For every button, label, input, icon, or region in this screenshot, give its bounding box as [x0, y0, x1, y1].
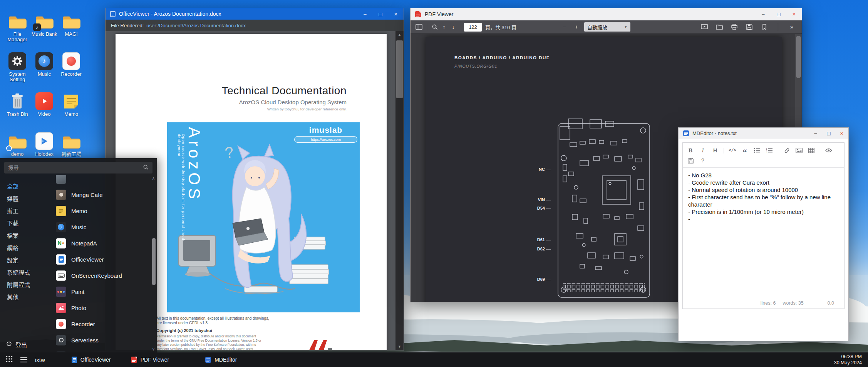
- close-button[interactable]: ×: [835, 128, 848, 139]
- category-network[interactable]: 網絡: [0, 241, 51, 254]
- app-item-onscreenkeyboard[interactable]: OnScreenKeyboard: [51, 267, 157, 284]
- table-icon[interactable]: [808, 147, 815, 154]
- image-icon[interactable]: [795, 147, 803, 154]
- app-list-scrollbar[interactable]: ∧ ∨: [151, 176, 156, 352]
- bold-button[interactable]: B: [687, 147, 694, 154]
- editor-line: -: [688, 215, 839, 223]
- scroll-down-icon[interactable]: ∨: [152, 347, 155, 351]
- category-all[interactable]: 全部: [0, 180, 51, 192]
- bullet-list-icon[interactable]: [753, 147, 761, 154]
- app-item-notepada[interactable]: NA NotepadA: [51, 235, 157, 251]
- app-grid-icon[interactable]: [6, 355, 13, 364]
- taskbar-clock[interactable]: 06:38 PM 30 May 2024: [834, 354, 868, 366]
- window-controls: − □ ×: [809, 128, 848, 139]
- mdeditor-titlebar[interactable]: MDEditor - notes.txt − □ ×: [679, 128, 848, 139]
- category-settings[interactable]: 設定: [0, 254, 51, 266]
- logout-button[interactable]: 登出: [0, 336, 51, 352]
- app-item-memo[interactable]: Memo: [51, 203, 157, 219]
- zoom-in-button[interactable]: +: [572, 22, 581, 32]
- category-download[interactable]: 下載: [0, 217, 51, 229]
- minimize-button[interactable]: −: [809, 128, 822, 139]
- desktop-icon-magi[interactable]: MAGI: [58, 10, 85, 50]
- scroll-up-icon[interactable]: ▲: [398, 33, 401, 37]
- task-label: MDEditor: [214, 357, 237, 363]
- scroll-up-icon[interactable]: ∧: [152, 176, 155, 180]
- print-icon[interactable]: [730, 22, 739, 32]
- scrollbar[interactable]: ▲ ▼: [395, 31, 404, 350]
- bookmark-icon[interactable]: [760, 22, 769, 32]
- heading-button[interactable]: H: [711, 147, 719, 154]
- page-number-input[interactable]: [464, 23, 482, 32]
- maximize-button[interactable]: □: [771, 8, 786, 20]
- category-other[interactable]: 其他: [0, 290, 51, 303]
- search-input[interactable]: [8, 165, 140, 171]
- minimize-button[interactable]: −: [756, 8, 771, 20]
- desktop-icon-video[interactable]: Video: [31, 90, 58, 130]
- blockquote-button[interactable]: “: [741, 147, 749, 154]
- scrollbar-thumb[interactable]: [152, 238, 156, 285]
- desktop-icon-music-bank[interactable]: ♪ Music Bank: [31, 10, 58, 50]
- task-pdf-viewer[interactable]: PDF Viewer: [126, 352, 174, 367]
- link-icon[interactable]: [783, 147, 791, 154]
- start-menu-search[interactable]: [4, 162, 152, 173]
- license-block: All text in this documentation, except a…: [156, 316, 318, 350]
- app-item-officeviewer[interactable]: OfficeViewer: [51, 251, 157, 267]
- scrollbar-thumb[interactable]: [396, 40, 403, 98]
- officeviewer-titlebar[interactable]: OfficeViewer - Arozos Documentation.docx…: [106, 8, 404, 20]
- app-item-manga-cafe[interactable]: Manga Cafe: [51, 187, 157, 203]
- previous-page-button[interactable]: ↑: [439, 22, 449, 32]
- desktop-icon-trash-bin[interactable]: Trash Bin: [4, 90, 31, 130]
- close-button[interactable]: ×: [388, 8, 404, 20]
- help-button[interactable]: ?: [699, 157, 707, 164]
- desktop-icon-recorder[interactable]: Recorder: [58, 50, 85, 90]
- next-page-button[interactable]: ↓: [449, 22, 458, 32]
- download-icon[interactable]: [745, 22, 754, 32]
- scrollbar-thumb[interactable]: [796, 36, 801, 78]
- app-item-photo[interactable]: Photo: [51, 300, 157, 316]
- code-button[interactable]: </>: [729, 147, 736, 154]
- category-office[interactable]: 辦工: [0, 204, 51, 217]
- task-officeviewer[interactable]: OfficeViewer: [67, 352, 116, 367]
- zoom-select[interactable]: 自動縮放 ▼: [584, 22, 630, 32]
- app-list-item-partial[interactable]: [51, 175, 157, 187]
- category-system[interactable]: 系統程式: [0, 266, 51, 278]
- maximize-button[interactable]: □: [822, 128, 835, 139]
- preview-eye-icon[interactable]: [825, 147, 833, 154]
- logout-label: 登出: [15, 340, 27, 349]
- open-file-icon[interactable]: [715, 22, 724, 32]
- recorder-icon: [62, 50, 80, 70]
- close-button[interactable]: ×: [786, 8, 802, 20]
- desktop-icon-memo[interactable]: Memo: [58, 90, 85, 130]
- app-item-speedtest[interactable]: Speedtest: [51, 348, 157, 352]
- editor-textarea[interactable]: - No G28 - Gcode rewrite after Cura exor…: [683, 168, 844, 300]
- scroll-down-icon[interactable]: ▼: [398, 345, 401, 349]
- pdf-viewer-titlebar[interactable]: PDF Viewer − □ ×: [411, 8, 802, 20]
- task-mdeditor[interactable]: MDEditor: [201, 352, 241, 367]
- toolbar-right-group: »: [700, 22, 798, 32]
- category-media[interactable]: 媒體: [0, 192, 51, 204]
- app-item-serverless[interactable]: Serverless: [51, 332, 157, 348]
- zoom-out-button[interactable]: −: [560, 22, 569, 32]
- file-path-link[interactable]: user:/Document/Arozos Documentation.docx: [146, 23, 246, 28]
- search-icon[interactable]: [430, 22, 439, 32]
- app-item-music[interactable]: ♪ Music: [51, 219, 157, 235]
- italic-button[interactable]: I: [699, 147, 707, 154]
- desktop-icon-music[interactable]: ♪ Music: [31, 50, 58, 90]
- sidebar-toggle-icon[interactable]: [414, 22, 424, 32]
- category-files[interactable]: 檔案: [0, 229, 51, 241]
- desktop-icon-system-setting[interactable]: System Setting: [4, 50, 31, 90]
- app-item-recorder[interactable]: Recorder: [51, 316, 157, 332]
- more-tools-button[interactable]: »: [787, 22, 796, 32]
- menu-icon[interactable]: [20, 357, 27, 362]
- hostname-label: ixtw: [35, 357, 45, 363]
- save-icon[interactable]: [687, 157, 694, 164]
- toolbar-divider: [427, 23, 427, 31]
- presentation-mode-icon[interactable]: [700, 22, 709, 32]
- ordered-list-icon[interactable]: 123: [766, 147, 773, 154]
- holodex-icon: [35, 130, 53, 150]
- desktop-icon-file-manager[interactable]: File Manager: [4, 10, 31, 50]
- app-item-paint[interactable]: Paint: [51, 284, 157, 300]
- minimize-button[interactable]: −: [357, 8, 373, 20]
- maximize-button[interactable]: □: [373, 8, 388, 20]
- category-accessories[interactable]: 附屬程式: [0, 278, 51, 290]
